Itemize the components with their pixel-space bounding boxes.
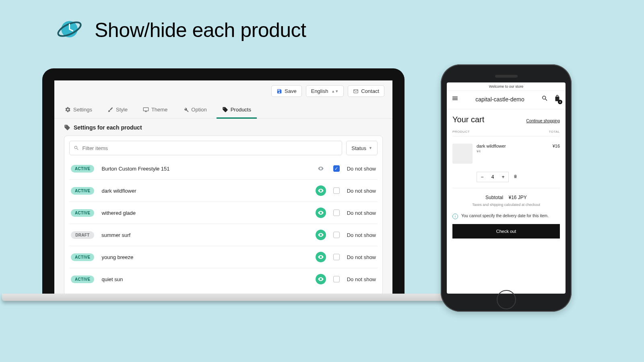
status-badge: ACTIVE xyxy=(71,253,94,261)
do-not-show-checkbox[interactable] xyxy=(333,254,340,260)
hamburger-icon xyxy=(452,95,458,102)
cart-button[interactable]: 4 xyxy=(554,95,561,103)
qty-increase[interactable]: + xyxy=(498,174,508,180)
planet-clock-logo-icon xyxy=(56,16,83,44)
brush-icon xyxy=(107,107,114,113)
checkout-button[interactable]: Check out xyxy=(452,224,560,239)
delivery-alert: You cannot specify the delivery date for… xyxy=(461,213,549,219)
do-not-show-label: Do not show xyxy=(347,232,376,238)
search-field[interactable] xyxy=(83,145,338,151)
visibility-eye-icon[interactable] xyxy=(316,274,326,284)
tab-label: Style xyxy=(116,107,128,113)
mail-icon xyxy=(353,88,359,94)
remove-item-button[interactable] xyxy=(513,173,518,181)
announcement-bar: Welcome to our store xyxy=(447,82,566,91)
qty-decrease[interactable]: − xyxy=(477,174,487,180)
product-row: ACTIVEwithered gladeDo not show xyxy=(69,202,378,224)
col-total: TOTAL xyxy=(549,130,560,134)
select-caret-icon: ▲▼ xyxy=(331,89,339,93)
subtotal-label: Subtotal xyxy=(485,195,503,200)
status-badge: ACTIVE xyxy=(71,165,94,173)
cart-title: Your cart xyxy=(452,115,484,124)
save-label: Save xyxy=(285,88,297,94)
do-not-show-checkbox[interactable] xyxy=(333,187,340,194)
save-button[interactable]: Save xyxy=(271,85,302,97)
tab-label: Settings xyxy=(73,107,92,113)
product-name: withered glade xyxy=(101,210,308,216)
do-not-show-label: Do not show xyxy=(347,166,376,172)
tax-note: Taxes and shipping calculated at checkou… xyxy=(452,203,560,207)
language-select[interactable]: English ▲▼ xyxy=(306,85,344,97)
visibility-eye-icon[interactable] xyxy=(316,208,326,218)
quantity-stepper[interactable]: − 4 + xyxy=(477,172,509,182)
tab-label: Option xyxy=(191,107,206,113)
tabs: Settings Style Theme Option Products xyxy=(54,100,392,119)
continue-shopping-link[interactable]: Continue shopping xyxy=(526,119,560,123)
cart-count-badge: 4 xyxy=(558,100,562,104)
do-not-show-label: Do not show xyxy=(347,188,376,194)
product-row: ACTIVEBurton Custom Freestyle 151Do not … xyxy=(69,158,378,180)
tab-products[interactable]: Products xyxy=(221,103,253,118)
do-not-show-label: Do not show xyxy=(347,210,376,216)
trash-icon xyxy=(513,174,518,179)
product-row: ACTIVEquiet sunDo not show xyxy=(69,268,378,290)
status-filter-button[interactable]: Status ▼ xyxy=(346,141,378,155)
store-name: capital-castle-demo xyxy=(475,96,524,103)
col-product: PRODUCT xyxy=(452,130,470,134)
wrench-icon xyxy=(183,107,189,113)
tab-label: Products xyxy=(231,107,251,113)
chevron-down-icon: ▼ xyxy=(369,146,372,150)
subtotal-value: ¥16 JPY xyxy=(509,195,527,200)
page-title: Show/hide each product xyxy=(95,19,306,42)
do-not-show-checkbox[interactable] xyxy=(333,276,340,282)
tab-option[interactable]: Option xyxy=(181,103,208,118)
do-not-show-checkbox[interactable] xyxy=(333,165,340,172)
contact-button[interactable]: Contact xyxy=(348,85,384,97)
do-not-show-label: Do not show xyxy=(347,254,376,260)
monitor-icon xyxy=(143,107,149,113)
do-not-show-checkbox[interactable] xyxy=(333,232,340,238)
phone-mock: Welcome to our store capital-castle-demo… xyxy=(441,64,572,312)
item-name: dark wildflower xyxy=(477,144,549,148)
product-name: Burton Custom Freestyle 151 xyxy=(101,166,308,172)
menu-button[interactable] xyxy=(452,95,458,103)
tab-theme[interactable]: Theme xyxy=(141,103,169,118)
qty-value: 4 xyxy=(487,174,498,180)
visibility-eye-icon[interactable] xyxy=(316,185,326,196)
product-name: quiet sun xyxy=(101,276,308,282)
product-row: DRAFTsummer surfDo not show xyxy=(69,224,378,246)
item-unit-price: ¥4 xyxy=(477,149,549,153)
contact-label: Contact xyxy=(361,88,379,94)
status-badge: DRAFT xyxy=(71,231,94,239)
section-title: Settings for each product xyxy=(74,124,142,131)
status-label: Status xyxy=(351,145,366,151)
visibility-eye-icon[interactable] xyxy=(316,252,326,262)
search-icon xyxy=(541,95,548,102)
product-name: dark wildflower xyxy=(101,188,308,194)
save-icon xyxy=(277,88,282,94)
product-name: young breeze xyxy=(101,254,308,260)
search-button[interactable] xyxy=(541,95,548,103)
status-badge: ACTIVE xyxy=(71,187,94,195)
product-row: ACTIVEdark wildflowerDo not show xyxy=(69,180,378,202)
product-thumbnail xyxy=(452,144,473,164)
search-icon xyxy=(74,145,79,151)
visibility-eye-icon[interactable] xyxy=(316,163,326,174)
status-badge: ACTIVE xyxy=(71,276,94,283)
cart-item: dark wildflower ¥4 ¥16 xyxy=(452,136,560,166)
search-input[interactable] xyxy=(69,141,342,155)
status-badge: ACTIVE xyxy=(71,209,94,217)
item-line-total: ¥16 xyxy=(553,144,560,164)
visibility-eye-icon[interactable] xyxy=(316,230,326,240)
tag-icon xyxy=(64,124,70,131)
tab-settings[interactable]: Settings xyxy=(63,103,94,118)
product-row: ACTIVEyoung breezeDo not show xyxy=(69,246,378,268)
tab-style[interactable]: Style xyxy=(106,103,129,118)
do-not-show-checkbox[interactable] xyxy=(333,210,340,216)
tab-label: Theme xyxy=(151,107,167,113)
laptop-mock: Save English ▲▼ Contact Settings xyxy=(42,68,405,301)
product-name: summer surf xyxy=(101,232,308,238)
language-label: English xyxy=(311,88,328,94)
tag-icon xyxy=(222,107,228,113)
info-icon: i xyxy=(452,214,458,219)
